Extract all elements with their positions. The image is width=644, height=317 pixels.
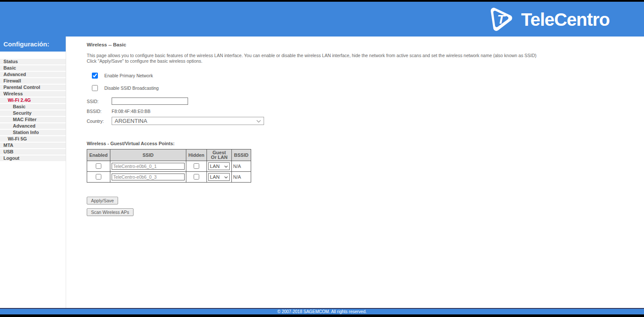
country-row: Country: ARGENTINA: [87, 117, 640, 125]
enable-primary-network-row: Enable Primary Network: [92, 73, 640, 79]
table-row: LANN/A: [87, 172, 251, 183]
apply-save-button[interactable]: Apply/Save: [87, 197, 118, 204]
bssid-row: BSSID: F8:08:4F:4B:E0:BB: [87, 109, 640, 114]
row-guest-or-lan-value: LAN: [210, 164, 219, 169]
ssid-row: SSID:: [87, 98, 640, 105]
header-bar: T TeleCentro: [0, 2, 644, 37]
sidebar-item-usb[interactable]: USB: [0, 149, 66, 155]
row-guest-or-lan-select[interactable]: LAN: [208, 173, 230, 181]
sidebar-item-security[interactable]: Security: [0, 110, 66, 116]
column-header-ssid: SSID: [110, 149, 186, 161]
column-header-hidden: Hidden: [186, 149, 207, 161]
scan-wireless-aps-button[interactable]: Scan Wireless APs: [87, 208, 134, 216]
bssid-label: BSSID:: [87, 109, 112, 114]
column-header-guest-or-lan: Guest Or LAN: [207, 149, 232, 161]
disable-ssid-broadcasting-label: Disable SSID Broadcasting: [104, 85, 159, 91]
row-enabled-checkbox[interactable]: [96, 174, 101, 180]
column-header-enabled: Enabled: [87, 149, 110, 161]
main-content: Wireless -- Basic This page allows you t…: [87, 37, 640, 216]
copyright-text: © 2007-2018 SAGEMCOM. All rights reserve…: [277, 309, 367, 314]
disable-ssid-broadcasting-row: Disable SSID Broadcasting: [92, 85, 640, 91]
chevron-down-icon: [256, 118, 261, 124]
sidebar-item-wi-fi-2-4g[interactable]: Wi-Fi 2.4G: [0, 98, 66, 103]
disable-ssid-broadcasting-checkbox[interactable]: [92, 85, 98, 91]
description-line-2: Click "Apply/Save" to configure the basi…: [87, 58, 640, 64]
enable-primary-network-checkbox[interactable]: [92, 73, 98, 79]
brand-logo: T TeleCentro: [487, 5, 610, 35]
ssid-input[interactable]: [112, 98, 188, 105]
row-enabled-checkbox[interactable]: [96, 163, 101, 169]
sidebar-item-mta[interactable]: MTA: [0, 143, 66, 148]
footer-bar: © 2007-2018 SAGEMCOM. All rights reserve…: [0, 309, 644, 314]
row-bssid-value: N/A: [232, 161, 251, 172]
logo-text: TeleCentro: [521, 9, 610, 30]
sidebar-item-firewall[interactable]: Firewall: [0, 78, 66, 84]
row-ssid-input[interactable]: [112, 174, 185, 180]
sidebar-menu: StatusBasicAdvancedFirewallParental Cont…: [0, 59, 66, 161]
sidebar: Configuración: StatusBasicAdvancedFirewa…: [0, 37, 66, 308]
vap-table-body: LANN/ALANN/A: [87, 161, 251, 183]
sidebar-item-parental-control[interactable]: Parental Control: [0, 85, 66, 90]
row-bssid-value: N/A: [232, 172, 251, 183]
chevron-down-icon: [224, 174, 228, 180]
column-header-bssid: BSSID: [232, 149, 251, 161]
sidebar-title: Configuración:: [0, 37, 66, 52]
country-selected-value: ARGENTINA: [115, 118, 147, 124]
vap-table-header-row: EnabledSSIDHiddenGuest Or LANBSSID: [87, 149, 251, 161]
sidebar-item-wireless[interactable]: Wireless: [0, 91, 66, 97]
ssid-label: SSID:: [87, 99, 112, 104]
sidebar-item-wi-fi-5g[interactable]: Wi-Fi 5G: [0, 136, 66, 142]
vap-section-title: Wireless - Guest/Virtual Access Points:: [87, 141, 640, 146]
row-guest-or-lan-select[interactable]: LAN: [208, 162, 230, 170]
row-guest-or-lan-value: LAN: [210, 174, 219, 180]
sidebar-item-basic[interactable]: Basic: [0, 65, 66, 71]
sidebar-item-advanced[interactable]: Advanced: [0, 123, 66, 129]
logo-triangle-icon: T: [487, 5, 514, 35]
country-label: Country:: [87, 119, 112, 124]
svg-text:T: T: [497, 12, 506, 26]
table-row: LANN/A: [87, 161, 251, 172]
row-hidden-checkbox[interactable]: [194, 163, 199, 169]
sidebar-item-status[interactable]: Status: [0, 59, 66, 64]
sidebar-item-station-info[interactable]: Station Info: [0, 130, 66, 135]
description-line-1: This page allows you to configure basic …: [87, 53, 640, 58]
sidebar-item-mac-filter[interactable]: MAC Filter: [0, 117, 66, 122]
chevron-down-icon: [224, 164, 228, 169]
sidebar-item-advanced[interactable]: Advanced: [0, 72, 66, 77]
page-title: Wireless -- Basic: [87, 42, 640, 47]
sidebar-item-logout[interactable]: Logout: [0, 155, 66, 161]
country-select[interactable]: ARGENTINA: [112, 117, 264, 125]
row-ssid-input[interactable]: [112, 163, 185, 170]
row-hidden-checkbox[interactable]: [194, 174, 199, 180]
enable-primary-network-label: Enable Primary Network: [104, 73, 153, 78]
vap-table: EnabledSSIDHiddenGuest Or LANBSSID LANN/…: [87, 149, 251, 183]
sidebar-item-basic[interactable]: Basic: [0, 104, 66, 110]
page-description: This page allows you to configure basic …: [87, 53, 640, 64]
bssid-value: F8:08:4F:4B:E0:BB: [112, 109, 150, 114]
bottom-black-bar: [0, 314, 644, 317]
